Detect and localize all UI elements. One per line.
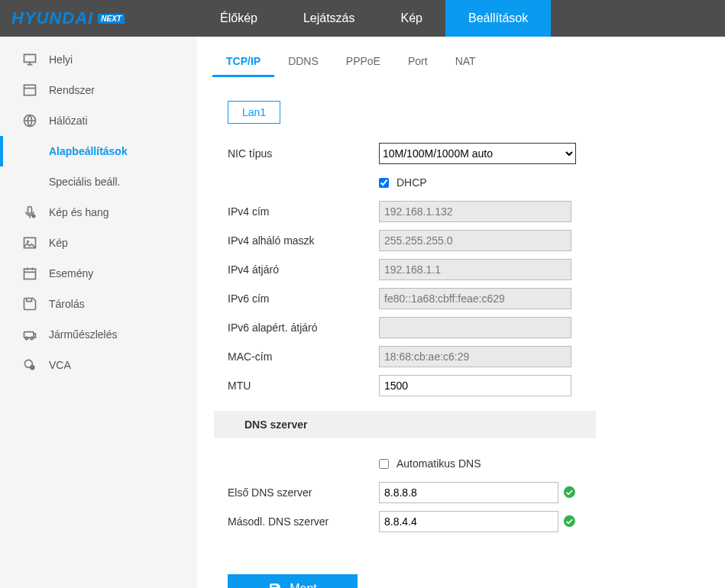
topnav-item-1[interactable]: Lejátszás bbox=[280, 0, 378, 37]
logo-badge: NEXT bbox=[98, 14, 125, 24]
lan-tab[interactable]: Lan1 bbox=[228, 101, 280, 124]
ipv4-gw-input[interactable] bbox=[379, 259, 571, 280]
row-ipv4-gw: IPv4 átjáró bbox=[228, 255, 725, 284]
svg-rect-0 bbox=[24, 85, 36, 95]
svg-point-16 bbox=[564, 486, 575, 498]
vca-icon bbox=[21, 357, 38, 373]
tab-tcpip[interactable]: TCP/IP bbox=[212, 47, 274, 77]
window-icon bbox=[21, 82, 38, 99]
tab-port[interactable]: Port bbox=[394, 47, 442, 77]
ipv6-gw-label: IPv6 alapért. átjáró bbox=[228, 321, 379, 334]
sidebar-item-6[interactable]: Tárolás bbox=[0, 289, 197, 319]
logo-text: HYUNDAI bbox=[11, 8, 93, 28]
dns1-label: Első DNS szerver bbox=[228, 486, 379, 499]
row-mtu: MTU bbox=[228, 371, 725, 400]
check-ok-icon bbox=[563, 486, 576, 499]
ipv6-addr-label: IPv6 cím bbox=[228, 292, 379, 305]
auto-dns-checkbox[interactable] bbox=[379, 459, 389, 469]
ipv4-gw-label: IPv4 átjáró bbox=[228, 263, 379, 276]
sidebar-sub-2-1[interactable]: Speciális beáll. bbox=[0, 166, 197, 197]
save-button[interactable]: Ment bbox=[228, 574, 358, 588]
svg-point-4 bbox=[32, 215, 36, 218]
sidebar-item-5[interactable]: Esemény bbox=[0, 258, 197, 289]
sidebar-item-label: Tárolás bbox=[49, 298, 85, 310]
sidebar-item-label: Rendszer bbox=[49, 84, 95, 96]
main: HelyiRendszerHálózatiAlapbeállításokSpec… bbox=[0, 37, 725, 588]
svg-rect-7 bbox=[24, 269, 36, 279]
sidebar-item-label: Hálózati bbox=[49, 115, 88, 127]
topnav-item-2[interactable]: Kép bbox=[378, 0, 445, 37]
form-area: Lan1 NIC típus 10M/100M/1000M auto DHCP … bbox=[197, 78, 725, 588]
sidebar-item-8[interactable]: VCA bbox=[0, 350, 197, 380]
ipv6-gw-input[interactable] bbox=[379, 317, 571, 338]
mac-input[interactable] bbox=[379, 346, 571, 367]
monitor-icon bbox=[21, 51, 38, 68]
vehicle-icon bbox=[21, 326, 38, 343]
sidebar-item-label: Kép bbox=[49, 237, 68, 249]
sidebar: HelyiRendszerHálózatiAlapbeállításokSpec… bbox=[0, 37, 197, 588]
save-button-label: Ment bbox=[290, 582, 317, 588]
row-dhcp: DHCP bbox=[228, 168, 725, 197]
mic-icon bbox=[21, 204, 38, 221]
svg-point-17 bbox=[564, 515, 575, 527]
sidebar-item-2[interactable]: Hálózati bbox=[0, 105, 197, 136]
row-nic-type: NIC típus 10M/100M/1000M auto bbox=[228, 139, 725, 168]
row-dns1: Első DNS szerver bbox=[228, 478, 725, 507]
calendar-icon bbox=[21, 265, 38, 282]
tab-ddns[interactable]: DDNS bbox=[274, 47, 332, 77]
row-auto-dns: Automatikus DNS bbox=[228, 449, 725, 478]
svg-rect-3 bbox=[28, 207, 32, 214]
nic-type-select[interactable]: 10M/100M/1000M auto bbox=[379, 143, 576, 164]
check-ok-icon bbox=[563, 515, 576, 528]
header: HYUNDAI NEXT ÉlőképLejátszásKépBeállítás… bbox=[0, 0, 725, 37]
sidebar-item-4[interactable]: Kép bbox=[0, 228, 197, 258]
sidebar-item-label: Kép és hang bbox=[49, 206, 109, 218]
topnav-item-0[interactable]: Élőkép bbox=[197, 0, 280, 37]
save-icon bbox=[21, 296, 38, 312]
sidebar-item-7[interactable]: Járműészlelés bbox=[0, 319, 197, 350]
auto-dns-label: Automatikus DNS bbox=[396, 457, 481, 470]
dns-section-header: DNS szerver bbox=[214, 411, 596, 438]
sidebar-item-1[interactable]: Rendszer bbox=[0, 75, 197, 105]
ipv4-addr-label: IPv4 cím bbox=[228, 205, 379, 218]
nic-type-label: NIC típus bbox=[228, 147, 379, 160]
dhcp-label: DHCP bbox=[396, 176, 427, 189]
sidebar-item-label: Esemény bbox=[49, 267, 93, 279]
logo: HYUNDAI NEXT bbox=[0, 8, 197, 28]
top-nav: ÉlőképLejátszásKépBeállítások bbox=[197, 0, 725, 37]
ipv4-mask-input[interactable] bbox=[379, 230, 571, 251]
mtu-label: MTU bbox=[228, 380, 379, 392]
dns1-input[interactable] bbox=[379, 482, 558, 503]
dns2-input[interactable] bbox=[379, 511, 558, 532]
row-dns2: Másodl. DNS szerver bbox=[228, 507, 725, 536]
ipv6-addr-input[interactable] bbox=[379, 288, 571, 309]
globe-icon bbox=[21, 112, 38, 129]
dhcp-checkbox[interactable] bbox=[379, 178, 389, 188]
tab-bar: TCP/IPDDNSPPPoEPortNAT bbox=[197, 37, 725, 78]
topnav-item-3[interactable]: Beállítások bbox=[445, 0, 551, 37]
row-ipv6-addr: IPv6 cím bbox=[228, 284, 725, 313]
content: TCP/IPDDNSPPPoEPortNAT Lan1 NIC típus 10… bbox=[197, 37, 725, 588]
sidebar-item-label: VCA bbox=[49, 359, 71, 371]
ipv4-addr-input[interactable] bbox=[379, 201, 571, 222]
row-ipv4-addr: IPv4 cím bbox=[228, 197, 725, 226]
row-mac: MAC-cím bbox=[228, 342, 725, 371]
tab-nat[interactable]: NAT bbox=[442, 47, 490, 77]
ipv4-mask-label: IPv4 alháló maszk bbox=[228, 234, 379, 247]
svg-point-15 bbox=[30, 365, 35, 370]
mac-label: MAC-cím bbox=[228, 351, 379, 363]
dns2-label: Másodl. DNS szerver bbox=[228, 515, 379, 528]
svg-point-6 bbox=[27, 241, 29, 243]
sidebar-item-label: Helyi bbox=[49, 53, 73, 66]
row-ipv4-mask: IPv4 alháló maszk bbox=[228, 226, 725, 255]
sidebar-sub-2-0[interactable]: Alapbeállítások bbox=[0, 136, 197, 166]
image-icon bbox=[21, 234, 38, 251]
sidebar-item-0[interactable]: Helyi bbox=[0, 44, 197, 75]
tab-pppoe[interactable]: PPPoE bbox=[332, 47, 394, 77]
mtu-input[interactable] bbox=[379, 375, 571, 396]
sidebar-item-3[interactable]: Kép és hang bbox=[0, 197, 197, 228]
row-ipv6-gw: IPv6 alapért. átjáró bbox=[228, 313, 725, 342]
sidebar-item-label: Járműészlelés bbox=[49, 328, 117, 341]
